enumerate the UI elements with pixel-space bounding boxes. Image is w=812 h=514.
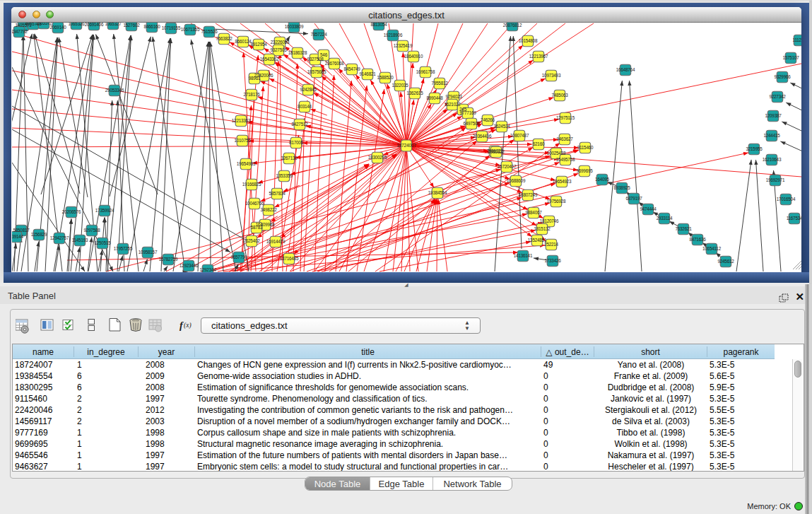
svg-text:939144: 939144 <box>12 234 24 239</box>
svg-text:164095: 164095 <box>595 177 610 182</box>
svg-text:16648764: 16648764 <box>616 67 635 72</box>
svg-text:10719155: 10719155 <box>162 25 181 30</box>
svg-text:16914479: 16914479 <box>266 239 286 244</box>
svg-text:6497508: 6497508 <box>463 121 480 126</box>
svg-text:1527602: 1527602 <box>123 23 140 28</box>
svg-text:1065326: 1065326 <box>68 23 85 26</box>
svg-text:18640910: 18640910 <box>404 54 423 59</box>
svg-text:19654923: 19654923 <box>553 179 572 184</box>
svg-text:8938925: 8938925 <box>613 185 630 190</box>
svg-text:1145193: 1145193 <box>72 238 88 243</box>
svg-text:1010755: 1010755 <box>234 138 251 143</box>
svg-text:8454749: 8454749 <box>343 66 360 71</box>
svg-text:16033809: 16033809 <box>285 24 304 29</box>
svg-text:2986322: 2986322 <box>488 149 505 154</box>
svg-text:12975115: 12975115 <box>556 115 575 120</box>
svg-text:20364436: 20364436 <box>473 134 492 139</box>
svg-text:7632621: 7632621 <box>675 226 692 231</box>
svg-text:9884067: 9884067 <box>525 210 542 215</box>
svg-text:8427512: 8427512 <box>291 122 308 127</box>
svg-text:18724007: 18724007 <box>396 143 416 148</box>
svg-text:1244415: 1244415 <box>763 133 780 138</box>
svg-text:2933114: 2933114 <box>657 216 673 221</box>
svg-text:2069140: 2069140 <box>49 25 66 30</box>
svg-text:10671355: 10671355 <box>181 27 200 32</box>
svg-text:9227342: 9227342 <box>769 94 786 99</box>
svg-text:9245612: 9245612 <box>717 259 734 264</box>
svg-text:1588520: 1588520 <box>377 75 394 80</box>
svg-text:19654983: 19654983 <box>237 161 256 166</box>
svg-text:8813054: 8813054 <box>370 23 387 27</box>
svg-text:1362615: 1362615 <box>406 90 423 95</box>
svg-text:9699695: 9699695 <box>576 168 593 173</box>
svg-text:9327505: 9327505 <box>270 47 287 52</box>
svg-text:1156829: 1156829 <box>31 232 47 237</box>
svg-text:1815132: 1815132 <box>534 226 551 231</box>
svg-text:252214: 252214 <box>544 242 559 247</box>
svg-text:9777169: 9777169 <box>459 110 476 115</box>
svg-text:9242845: 9242845 <box>300 87 317 92</box>
svg-text:10046766: 10046766 <box>245 201 264 206</box>
svg-text:1250515: 1250515 <box>94 240 111 245</box>
svg-text:15720407: 15720407 <box>498 164 517 169</box>
svg-text:10807487: 10807487 <box>510 133 529 138</box>
svg-text:9794023: 9794023 <box>445 94 462 99</box>
svg-text:19218906: 19218906 <box>384 33 403 37</box>
svg-text:9115460: 9115460 <box>577 145 594 150</box>
svg-text:23676068: 23676068 <box>325 61 344 66</box>
svg-text:3498222: 3498222 <box>260 207 277 212</box>
svg-text:2347792: 2347792 <box>12 29 28 34</box>
svg-text:2718176: 2718176 <box>243 92 260 97</box>
svg-text:16210643: 16210643 <box>763 157 782 162</box>
svg-text:3215955: 3215955 <box>746 146 763 151</box>
svg-text:23226058: 23226058 <box>271 40 290 45</box>
svg-text:18300295: 18300295 <box>368 155 387 160</box>
svg-text:17016504: 17016504 <box>777 197 796 201</box>
svg-text:14136141: 14136141 <box>514 253 533 258</box>
svg-text:817006: 817006 <box>289 140 304 145</box>
svg-text:10688609: 10688609 <box>507 178 526 183</box>
svg-text:8990448: 8990448 <box>426 95 443 100</box>
svg-text:1733426: 1733426 <box>544 258 561 263</box>
svg-text:58783: 58783 <box>251 225 263 230</box>
svg-text:29053346: 29053346 <box>105 88 124 93</box>
svg-text:10973493: 10973493 <box>542 73 561 78</box>
svg-text:8471636: 8471636 <box>689 237 706 242</box>
svg-text:19692971: 19692971 <box>766 177 785 182</box>
svg-text:5857834: 5857834 <box>269 191 286 196</box>
svg-text:3624534: 3624534 <box>493 124 510 129</box>
svg-text:12923446: 12923446 <box>180 263 199 268</box>
svg-text:3267130: 3267130 <box>281 156 298 160</box>
svg-text:9146821: 9146821 <box>359 71 376 76</box>
svg-text:9474444: 9474444 <box>640 206 657 211</box>
svg-text:1292344: 1292344 <box>199 267 216 272</box>
svg-text:10654112: 10654112 <box>702 246 722 251</box>
svg-text:16543362: 16543362 <box>260 57 279 62</box>
svg-text:10025438: 10025438 <box>547 151 566 156</box>
svg-text:111278: 111278 <box>793 37 801 42</box>
svg-text:18120746: 18120746 <box>540 218 559 223</box>
svg-text:546: 546 <box>320 52 328 57</box>
svg-text:15495758: 15495758 <box>556 157 575 162</box>
svg-text:12213363: 12213363 <box>232 118 251 123</box>
svg-text:20876812: 20876812 <box>503 23 522 28</box>
svg-text:18186328: 18186328 <box>288 50 307 55</box>
svg-text:13716485: 13716485 <box>280 256 299 261</box>
svg-text:9329966: 9329966 <box>774 74 791 79</box>
svg-text:9297588: 9297588 <box>83 228 100 233</box>
svg-text:7955812: 7955812 <box>431 81 448 86</box>
svg-text:7857224: 7857224 <box>310 32 327 37</box>
svg-text:1322035: 1322035 <box>392 83 408 88</box>
svg-text:19756928: 19756928 <box>547 199 566 204</box>
svg-text:12213967: 12213967 <box>529 54 548 59</box>
svg-text:19166825: 19166825 <box>242 182 261 187</box>
svg-text:7663822: 7663822 <box>216 36 233 41</box>
svg-text:1065327: 1065327 <box>105 23 122 26</box>
svg-text:98961: 98961 <box>249 76 261 81</box>
svg-text:1167534: 1167534 <box>787 216 801 221</box>
svg-text:12325419: 12325419 <box>394 43 413 48</box>
svg-text:19384554: 19384554 <box>428 190 447 195</box>
svg-text:12942757: 12942757 <box>50 235 69 240</box>
svg-text:18575685: 18575685 <box>307 69 326 74</box>
svg-text:17957255: 17957255 <box>114 246 133 251</box>
